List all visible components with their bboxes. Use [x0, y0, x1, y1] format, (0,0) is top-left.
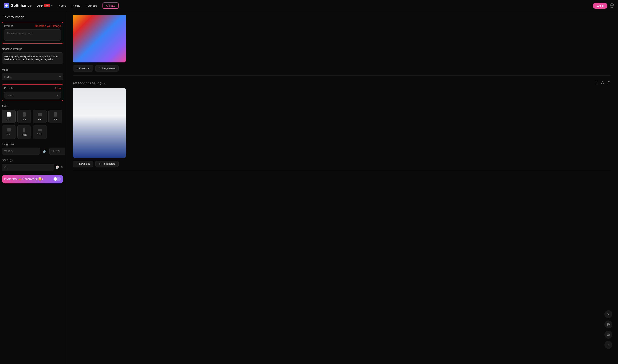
model-label: Model [2, 68, 9, 71]
download-button[interactable]: ⬇ Download [73, 161, 93, 167]
ratio-2-3[interactable]: 2:3 [17, 110, 31, 123]
info-icon[interactable] [601, 81, 604, 85]
ratio-shape-icon [23, 112, 26, 117]
ratio-shape-icon [7, 112, 11, 117]
seed-input[interactable] [2, 164, 54, 171]
chevron-down-icon [51, 5, 53, 6]
ratio-shape-icon [38, 113, 42, 116]
share-icon[interactable] [594, 81, 598, 85]
generate-button[interactable]: Private Mode 🔒 Generate (4 🪙) [2, 175, 63, 183]
download-icon: ⬇ [76, 162, 78, 165]
image-size-group: Image size 🔗 [2, 143, 63, 155]
seed-label: Seed ? [2, 158, 13, 162]
prompt-label: Prompt [4, 24, 13, 27]
negative-prompt-label: Negative Prompt [2, 48, 22, 51]
chevron-down-icon [59, 77, 61, 77]
generation-item: ⬇ Download ↻ Re-generate [73, 15, 610, 76]
ratio-label: Ratio [2, 105, 8, 108]
sidebar-title: Text to Image [2, 15, 63, 19]
presets-callout: Lora [55, 86, 61, 90]
discord-button[interactable] [604, 321, 612, 328]
nav-home[interactable]: Home [58, 4, 66, 7]
ratio-3-4[interactable]: 3:4 [48, 110, 62, 123]
mail-button[interactable] [604, 331, 612, 339]
model-value: Flux.1 [4, 75, 12, 78]
link-icon[interactable]: 🔗 [43, 149, 47, 153]
presets-value: None [7, 94, 13, 97]
nav-affiliate[interactable]: Affiliate [103, 2, 118, 9]
generate-label: Generate (4 🪙) [22, 177, 43, 181]
ratio-label-text: 1:1 [7, 118, 10, 121]
presets-select[interactable]: None [4, 91, 61, 99]
ratio-16-9[interactable]: 16:9 [33, 125, 47, 139]
generated-image[interactable] [73, 88, 126, 158]
chevron-down-icon [57, 95, 58, 96]
download-label: Download [79, 67, 90, 70]
ratio-label-text: 2:3 [23, 118, 26, 121]
generation-timestamp: 2024-08-15 17:02:43 (fast) [73, 81, 106, 85]
presets-group: Presets Lora None [2, 84, 63, 101]
ratio-1-1[interactable]: 1:1 [2, 110, 15, 123]
download-label: Download [79, 162, 90, 165]
height-input[interactable] [49, 148, 65, 155]
generated-image[interactable] [73, 15, 126, 63]
logo-icon [4, 3, 9, 8]
ratio-shape-icon [38, 129, 42, 131]
refresh-icon[interactable]: ↻ [61, 165, 63, 169]
logo[interactable]: GoEnhance [4, 3, 32, 8]
refresh-icon: ↻ [99, 162, 101, 165]
regenerate-label: Re-generate [102, 162, 115, 165]
nav-app[interactable]: APP New [37, 4, 53, 7]
close-button[interactable] [604, 341, 612, 349]
ratio-label-text: 3:4 [53, 118, 57, 121]
ratio-shape-icon [23, 128, 25, 132]
ratio-9-16[interactable]: 9:16 [17, 125, 31, 139]
prompt-callout: Describe your image [35, 24, 61, 27]
globe-icon[interactable] [610, 3, 614, 8]
private-toggle[interactable] [53, 177, 61, 181]
lock-icon: 🔒 [18, 178, 21, 180]
regenerate-label: Re-generate [102, 67, 115, 70]
sidebar: Text to Image Prompt Describe your image… [0, 11, 65, 364]
login-button[interactable]: Log in [593, 3, 607, 9]
app-label: APP [37, 4, 43, 7]
x-social-button[interactable] [604, 310, 612, 318]
ratio-label-text: 3:2 [38, 117, 41, 120]
download-icon: ⬇ [76, 67, 78, 70]
delete-icon[interactable] [607, 81, 610, 85]
download-button[interactable]: ⬇ Download [73, 65, 93, 72]
image-size-label: Image size [2, 143, 15, 146]
model-group: Model Flux.1 [2, 68, 63, 80]
negative-prompt-group: Negative Prompt worst quality,low qualit… [2, 48, 63, 65]
logo-text: GoEnhance [11, 3, 32, 8]
ratio-label-text: 16:9 [37, 133, 42, 135]
private-mode-label: Private Mode 🔒 [4, 178, 21, 180]
presets-label: Presets [4, 87, 13, 90]
prompt-input[interactable] [4, 29, 61, 41]
regenerate-button[interactable]: ↻ Re-generate [95, 65, 118, 72]
help-icon[interactable]: ? [10, 159, 13, 162]
dice-icon[interactable]: 🎲 [55, 165, 59, 169]
nav-pricing[interactable]: Pricing [72, 4, 80, 7]
ratio-group: Ratio 1:1 2:3 3:2 3:4 [2, 105, 63, 139]
ratio-label-text: 4:3 [7, 133, 10, 136]
new-badge: New [44, 4, 50, 7]
width-input[interactable] [2, 148, 40, 155]
model-select[interactable]: Flux.1 [2, 73, 63, 80]
ratio-4-3[interactable]: 4:3 [2, 125, 15, 139]
refresh-icon: ↻ [99, 67, 101, 70]
ratio-shape-icon [7, 128, 11, 131]
float-buttons [604, 310, 612, 349]
negative-prompt-input[interactable]: worst quality,low quality, normal qualit… [2, 52, 63, 64]
nav-tutorials[interactable]: Tutorials [86, 4, 97, 7]
regenerate-button[interactable]: ↻ Re-generate [95, 161, 118, 167]
ratio-shape-icon [54, 112, 57, 117]
seed-group: Seed ? 🎲 ↻ [2, 158, 63, 171]
ratio-label-text: 9:16 [22, 134, 26, 136]
ratio-3-2[interactable]: 3:2 [33, 110, 47, 123]
prompt-group: Prompt Describe your image [2, 22, 63, 44]
toggle-knob [54, 177, 57, 181]
header: GoEnhance APP New Home Pricing Tutorials… [0, 0, 618, 11]
generation-item: 2024-08-15 17:02:43 (fast) ⬇ [73, 81, 610, 171]
content-area: ⬇ Download ↻ Re-generate 2024-08-15 17:0… [65, 11, 618, 364]
